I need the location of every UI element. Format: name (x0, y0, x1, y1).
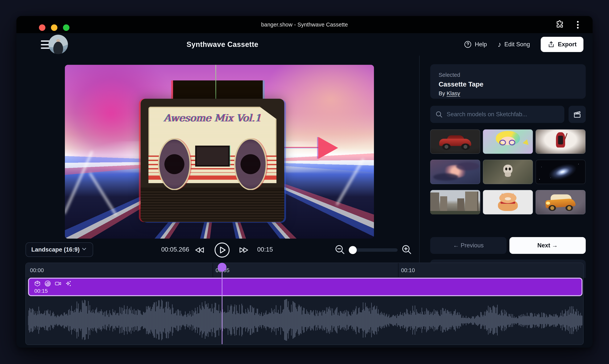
browser-menu-kebab-icon[interactable] (577, 21, 579, 29)
playhead-handle[interactable] (218, 263, 226, 272)
music-note-icon: ♪ (498, 41, 501, 48)
model-sidebar: Selected Cassette Tape By Klasy (430, 64, 586, 263)
zoom-in-icon[interactable] (401, 244, 413, 255)
model-thumbnail-shiba-dog[interactable] (483, 190, 533, 214)
clip-duration: 00:15 (34, 288, 48, 294)
search-row (430, 106, 586, 123)
play-button[interactable] (214, 242, 231, 259)
author-link[interactable]: Klasy (447, 90, 460, 96)
preview-vhs-overlay (65, 65, 374, 239)
sidebar-divider (419, 56, 419, 263)
export-share-icon (548, 41, 555, 48)
model-thumbnail-spiral-galaxy[interactable] (536, 160, 585, 184)
sparkles-icon (65, 280, 72, 287)
window-title: banger.show - Synthwave Cassette (16, 16, 593, 33)
app-header: Synthwave Cassette Help ♪ Edit Song (16, 33, 593, 56)
total-duration: 00:15 (257, 246, 273, 253)
edit-song-button[interactable]: ♪ Edit Song (498, 41, 530, 48)
model-thumbnail-skull[interactable] (483, 160, 533, 184)
window-titlebar: banger.show - Synthwave Cassette (16, 16, 593, 33)
timeline-zoom-slider[interactable] (349, 248, 398, 252)
clapperboard-button[interactable] (568, 106, 586, 123)
next-page-button[interactable]: Next → (509, 237, 586, 254)
extensions-puzzle-icon[interactable] (555, 20, 564, 29)
selected-model-name: Cassette Tape (439, 80, 577, 88)
model-thumbnail-anime-girl[interactable] (483, 130, 533, 154)
timeline-panel: 00:00 00:05 00:10 (25, 263, 584, 345)
pager-row: ← Previous Next → (430, 237, 586, 254)
clip-icons (34, 280, 72, 287)
spiral-icon (44, 280, 51, 287)
previous-page-button[interactable]: ← Previous (430, 237, 507, 254)
model-thumbnail-cartoon-car[interactable] (536, 190, 585, 214)
search-input[interactable] (430, 106, 564, 123)
playhead-line[interactable] (222, 267, 222, 344)
help-button[interactable]: Help (464, 40, 487, 48)
project-title: Synthwave Cassette (89, 33, 356, 56)
video-preview[interactable]: Awesome Mix Vol.1 (65, 65, 374, 239)
zoom-out-icon[interactable] (334, 244, 346, 255)
ruler-gridline (213, 263, 213, 277)
clapperboard-icon (573, 110, 581, 118)
model-thumbnail-grid (430, 130, 586, 214)
model-thumbnail-fantasy-warrior[interactable] (536, 130, 585, 154)
desktop-wallpaper: banger.show - Synthwave Cassette Synthwa… (0, 0, 609, 364)
ruler-label: 00:10 (401, 267, 415, 273)
ruler-gridline (398, 263, 399, 277)
app-window: banger.show - Synthwave Cassette Synthwa… (16, 16, 593, 348)
selected-model-card: Selected Cassette Tape By Klasy (430, 64, 586, 99)
fast-forward-button[interactable] (238, 244, 250, 256)
audio-waveform[interactable] (28, 297, 582, 344)
help-question-icon (464, 40, 472, 48)
current-time: 00:05.266 (161, 246, 194, 253)
rewind-button[interactable] (194, 244, 206, 256)
selected-heading: Selected (439, 72, 577, 78)
selected-model-author: By Klasy (439, 90, 577, 97)
model-thumbnail-stormy-clouds[interactable] (430, 160, 480, 184)
ruler-label: 00:00 (30, 267, 44, 273)
video-camera-icon (55, 280, 61, 287)
timeline-ruler[interactable]: 00:00 00:05 00:10 (26, 263, 583, 277)
user-avatar[interactable] (48, 35, 68, 54)
export-button[interactable]: Export (541, 37, 583, 52)
zoom-slider-knob[interactable] (349, 246, 357, 254)
header-actions: Help ♪ Edit Song Export (464, 33, 583, 56)
model-thumbnail-abandoned-city[interactable] (430, 190, 480, 214)
model-thumbnail-red-sports-car[interactable] (430, 130, 480, 154)
scene-clip[interactable]: 00:15 (28, 278, 582, 296)
aspect-ratio-dropdown[interactable]: Landscape (16:9) (26, 242, 93, 257)
3d-cube-icon (34, 280, 41, 287)
chevron-down-icon (81, 246, 87, 254)
